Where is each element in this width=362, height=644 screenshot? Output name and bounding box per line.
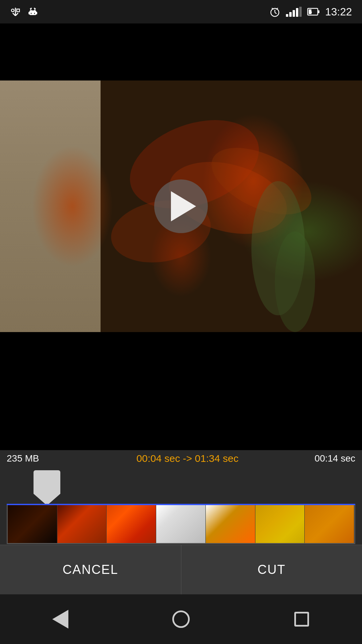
cut-label: CUT <box>257 562 286 577</box>
svg-rect-4 <box>17 9 19 12</box>
film-frame <box>8 505 57 543</box>
svg-rect-5 <box>29 10 36 15</box>
svg-point-10 <box>31 8 32 9</box>
status-left-icons <box>10 6 39 18</box>
film-frame <box>206 505 255 543</box>
content-area: 235 MB 00:04 sec -> 01:34 sec 00:14 sec <box>0 23 362 644</box>
file-size-label: 235 MB <box>7 453 60 464</box>
play-icon <box>171 191 196 221</box>
signal-strength <box>286 7 302 17</box>
cancel-button[interactable]: CANCEL <box>0 545 181 594</box>
back-icon <box>52 610 68 629</box>
action-buttons: CANCEL CUT <box>0 545 362 594</box>
film-frame <box>156 505 206 543</box>
selection-line <box>7 504 355 505</box>
back-button[interactable] <box>44 602 77 636</box>
status-bar: 13:22 <box>0 0 362 23</box>
playhead-area[interactable] <box>7 470 355 504</box>
svg-point-11 <box>34 8 35 9</box>
cut-button[interactable]: CUT <box>181 545 362 594</box>
android-icon <box>27 6 39 18</box>
battery-icon <box>307 6 320 17</box>
current-time-label: 00:14 sec <box>315 453 355 464</box>
usb-icon <box>10 6 21 17</box>
cancel-label: CANCEL <box>63 562 118 577</box>
home-icon <box>172 610 190 628</box>
svg-rect-7 <box>36 12 37 14</box>
svg-line-16 <box>275 12 277 14</box>
navigation-bar <box>0 594 362 644</box>
playhead-top <box>34 470 60 494</box>
trim-range-label: 00:04 sec -> 01:34 sec <box>60 453 315 464</box>
play-button[interactable] <box>154 179 208 233</box>
film-frame <box>255 505 305 543</box>
svg-point-3 <box>11 9 14 12</box>
film-frame <box>107 505 156 543</box>
recents-icon <box>294 612 309 627</box>
playhead-handle[interactable] <box>34 470 60 505</box>
trim-info-row: 235 MB 00:04 sec -> 01:34 sec 00:14 sec <box>0 450 362 467</box>
status-time: 13:22 <box>325 6 352 18</box>
alarm-icon <box>269 6 281 17</box>
filmstrip <box>7 504 355 544</box>
svg-point-30 <box>275 231 315 332</box>
film-frame <box>57 505 107 543</box>
home-button[interactable] <box>164 602 198 636</box>
status-right-icons: 13:22 <box>269 6 352 18</box>
top-black-area <box>0 23 362 80</box>
mid-black-area <box>0 332 362 406</box>
film-frame <box>305 505 354 543</box>
svg-rect-20 <box>318 10 319 13</box>
video-player[interactable] <box>0 80 362 332</box>
app-container: 13:22 <box>0 0 362 644</box>
svg-rect-6 <box>28 12 30 14</box>
recents-button[interactable] <box>285 602 318 636</box>
